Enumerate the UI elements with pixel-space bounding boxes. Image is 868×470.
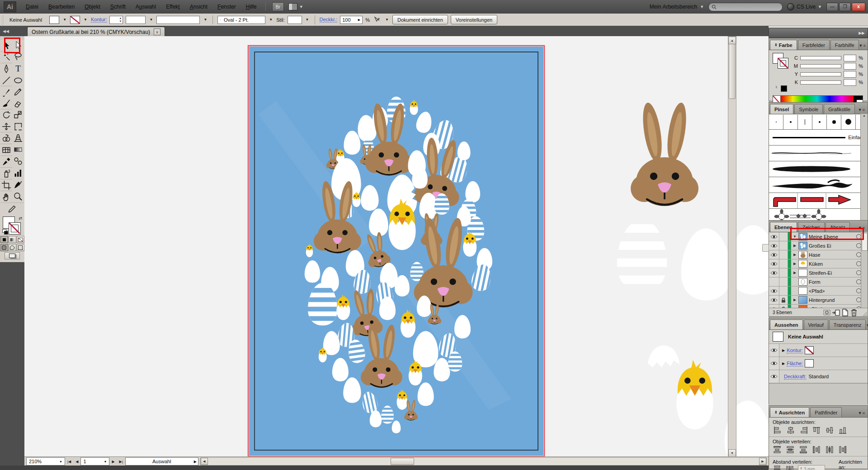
layers-scroll-thumb[interactable] [862, 233, 868, 251]
lock-toggle[interactable] [779, 296, 788, 304]
tool-perspective-grid[interactable] [12, 132, 24, 143]
document-tab[interactable]: Ostern Grußkarte.ai bei 210 % (CMYK/Vors… [27, 27, 165, 37]
channel-value-field[interactable] [844, 63, 856, 70]
next-artboard-icon[interactable]: ▶ [109, 460, 117, 464]
stroke-weight-field[interactable] [126, 16, 146, 24]
brush-charcoal[interactable] [769, 146, 868, 161]
lock-toggle[interactable] [779, 277, 788, 286]
menu-datei[interactable]: Datei [21, 0, 43, 14]
brushes-scrollbar[interactable]: ▲ ▼ [860, 114, 868, 232]
layer-main[interactable]: Form [791, 277, 868, 286]
black-swatch-icon[interactable] [781, 85, 787, 92]
brush-swatch[interactable] [827, 115, 841, 129]
layer-row-küken[interactable]: ▶Küken [769, 259, 868, 268]
tool-artboard[interactable] [0, 179, 12, 191]
tool-pencil[interactable] [12, 86, 24, 97]
appearance-row-fläche[interactable]: ▶Fläche: [769, 357, 868, 370]
tool-line-segment[interactable] [0, 75, 12, 86]
chevron-down-icon[interactable]: ▼ [384, 18, 390, 22]
visibility-toggle[interactable] [769, 287, 779, 295]
visibility-toggle[interactable] [769, 357, 779, 370]
tool-symbol-sprayer[interactable] [0, 167, 12, 179]
distribute-vertical-center-button[interactable] [786, 446, 795, 454]
brush-swatch[interactable] [769, 115, 783, 129]
lock-toggle[interactable] [779, 250, 788, 259]
menu-objekt[interactable]: Objekt [80, 0, 105, 14]
channel-slider[interactable] [800, 72, 841, 76]
layer-row-form[interactable]: Form [769, 277, 868, 287]
expand-toggle[interactable]: ▼ [793, 235, 797, 239]
restore-button[interactable]: ❐ [839, 3, 851, 11]
tool-eraser[interactable] [12, 98, 24, 109]
chevron-down-icon[interactable]: ▼ [148, 18, 154, 22]
expand-toggle[interactable]: ▶ [782, 348, 785, 352]
previous-artboard-icon[interactable]: ◀ [73, 460, 80, 464]
tool-zoom[interactable] [12, 191, 24, 202]
spinner-arrow-icon[interactable]: ▶ [358, 18, 360, 22]
color-mode-button[interactable] [0, 236, 8, 243]
select-similar-icon[interactable] [373, 16, 382, 24]
align-left-button[interactable] [773, 426, 782, 434]
channel-slider[interactable] [800, 64, 841, 68]
layer-row--pfad-[interactable]: <Pfad> [769, 287, 868, 296]
bridge-button[interactable]: Br [272, 2, 284, 11]
tool-direct-selection[interactable] [12, 40, 24, 51]
menu-schrift[interactable]: Schrift [105, 0, 131, 14]
vertical-scrollbar[interactable]: ▲ ▼ [728, 36, 736, 457]
tool-hand[interactable] [0, 191, 12, 202]
layer-main[interactable]: ▶Küken [791, 259, 868, 268]
layer-main[interactable]: ▶Hase [791, 250, 868, 259]
brush-swatch[interactable] [841, 115, 856, 129]
brush-einfach[interactable]: Einfach [769, 130, 868, 146]
default-fill-stroke-icon[interactable] [2, 229, 8, 234]
align-top-button[interactable] [812, 426, 821, 434]
scroll-up-icon[interactable]: ▲ [728, 37, 736, 44]
draw-inside-button[interactable] [17, 244, 24, 251]
flyout-arrow-icon[interactable]: ▶ [194, 460, 197, 464]
style-select[interactable] [288, 16, 302, 24]
menu-auswahl[interactable]: Auswahl [131, 0, 161, 14]
layer-row-streifen-ei[interactable]: ▶Streifen-Ei [769, 268, 868, 277]
layer-main[interactable]: ▶Streifen-Ei [791, 268, 868, 277]
tab-ausrichten[interactable]: ⇕ Ausrichten [770, 407, 809, 417]
layer-row-hintergrund[interactable]: ▶Hintergrund [769, 296, 868, 305]
vertical-scroll-thumb[interactable] [729, 44, 736, 99]
tool-rotate[interactable] [0, 109, 12, 121]
tab-symbole[interactable]: Symbole [794, 104, 823, 114]
workspace-switcher[interactable]: Mein Arbeitsbereich ▼ [650, 4, 704, 10]
tool-ellipse[interactable] [12, 75, 24, 86]
tool-free-transform[interactable] [12, 121, 24, 132]
tool-width[interactable] [0, 121, 12, 132]
expand-toggle[interactable]: ▶ [793, 298, 797, 302]
variable-width-profile-select[interactable] [156, 16, 200, 24]
visibility-toggle[interactable] [769, 250, 779, 259]
tool-selection[interactable] [0, 40, 12, 51]
expand-toggle[interactable]: ▶ [793, 262, 797, 266]
fill-color-swatch[interactable] [49, 16, 59, 24]
opacity-link[interactable]: Deckkr.: [320, 17, 338, 23]
lock-toggle[interactable] [779, 241, 788, 250]
gradient-mode-button[interactable] [9, 236, 16, 243]
distribute-horizontal-space-button[interactable] [785, 465, 794, 470]
menu-hilfe[interactable]: Hilfe [241, 0, 262, 14]
preferences-button[interactable]: Voreinstellungen [451, 15, 497, 24]
brush-swatch[interactable] [798, 115, 812, 129]
scroll-down-icon[interactable]: ▼ [728, 449, 736, 457]
distribute-top-button[interactable] [773, 446, 782, 454]
first-artboard-icon[interactable]: |◀ [65, 460, 73, 464]
tab-farbhilfe[interactable]: Farbhilfe [830, 40, 859, 50]
layer-main[interactable]: ▼Meine Ebene [791, 232, 868, 241]
chevron-down-icon[interactable]: ▼ [268, 18, 274, 22]
distribute-bottom-button[interactable] [799, 446, 808, 454]
tool-gradient[interactable] [12, 144, 24, 155]
brush-swatch[interactable] [812, 115, 827, 129]
tab-grafikstile[interactable]: Grafikstile [824, 104, 855, 114]
attribute-label[interactable]: Kontur: [787, 348, 802, 353]
visibility-toggle[interactable] [769, 232, 779, 241]
align-right-button[interactable] [799, 426, 808, 434]
last-artboard-icon[interactable]: ▶| [117, 460, 125, 464]
channel-slider[interactable] [800, 56, 841, 60]
distribute-right-button[interactable] [838, 446, 847, 454]
panel-menu-icon[interactable]: ▼≡ [866, 323, 868, 328]
minimize-button[interactable]: — [826, 3, 838, 11]
